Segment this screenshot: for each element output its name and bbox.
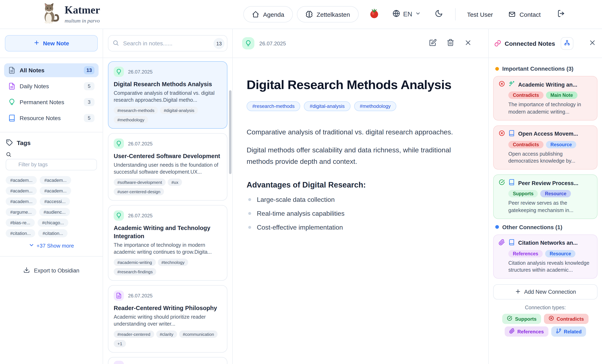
sidebar-item-permanent-notes[interactable]: Permanent Notes 3 (4, 95, 98, 109)
tag-chip-list: #academ... #academ... #academ... #academ… (6, 176, 97, 237)
tag-chip[interactable]: #academ... (40, 176, 71, 184)
circle-x-icon (499, 130, 505, 138)
agenda-button[interactable]: Agenda (244, 6, 293, 22)
note-date: 26.07.2025 (128, 213, 152, 218)
file-text-icon (8, 83, 16, 90)
sidebar-item-daily-notes[interactable]: Daily Notes 5 (4, 79, 98, 93)
sidebar-item-resource-notes[interactable]: Resource Notes 5 (4, 111, 98, 125)
connected-notes-title: Connected Notes (505, 40, 555, 47)
cat-logo (41, 3, 60, 25)
circle-x-icon (499, 81, 505, 89)
new-note-button[interactable]: New Note (5, 35, 98, 52)
tag-icon (6, 139, 13, 146)
add-new-connection-button[interactable]: Add New Connection (493, 284, 598, 300)
note-card[interactable]: 26.07.2025 Academic Writing and Technolo… (108, 205, 227, 281)
note-tag: #clarity (156, 331, 177, 338)
header-divider (455, 8, 456, 21)
connection-title: Academic Writing an... (518, 82, 592, 88)
lightbulb-icon (114, 210, 124, 221)
tag-chip[interactable]: #citation... (6, 229, 35, 237)
legend-contradicts[interactable]: Contradicts (544, 314, 588, 324)
connection-card[interactable]: Academic Writing an... Contradicts Main … (493, 76, 598, 120)
plus-icon (33, 40, 40, 47)
connection-types-legend: Connection types: Supports (493, 305, 598, 337)
logout-button[interactable] (557, 9, 565, 19)
note-excerpt: The importance of technology in modern a… (114, 242, 222, 256)
brand: Katmer multum in parvo (41, 3, 100, 25)
note-excerpt: Comparative analysis of traditional vs. … (114, 90, 222, 104)
tag-chip[interactable]: #argume... (6, 208, 36, 216)
notes-list-scrollbar[interactable] (229, 90, 231, 174)
connection-title: Peer Review Process... (518, 180, 592, 186)
notes-list-panel: 13 26.07.2025 Digital Research Methods A… (103, 29, 233, 364)
tag-chip[interactable]: #academ... (6, 176, 37, 184)
download-icon (23, 267, 30, 275)
user-name: Test User (467, 11, 493, 18)
dark-mode-toggle[interactable] (435, 9, 443, 19)
legend-supports[interactable]: Supports (502, 314, 541, 324)
note-card[interactable]: 26.07.2025 Reader-Centered Writing Philo… (108, 285, 227, 353)
app-root: Katmer multum in parvo Agenda Zettelkast… (0, 0, 602, 364)
tag-chip[interactable]: #audienc... (39, 208, 70, 216)
note-tag-pill[interactable]: #methodology (354, 101, 397, 111)
tag-chip[interactable]: #academ... (40, 187, 71, 195)
paperclip-icon (509, 328, 515, 335)
zettelkasten-button[interactable]: Zettelkasten (297, 6, 358, 22)
tag-chip[interactable]: #academ... (6, 197, 37, 206)
close-panel-button[interactable] (589, 39, 596, 48)
note-date: 26.07.2025 (128, 69, 152, 74)
note-type-badge: Resource (540, 190, 571, 197)
relation-badge: References (508, 250, 543, 257)
legend-references[interactable]: References (505, 326, 548, 337)
app-title: Katmer (64, 5, 100, 15)
note-card-partial[interactable] (108, 357, 227, 364)
note-detail-panel: 26.07.2025 (233, 29, 488, 364)
graph-view-button[interactable] (561, 37, 574, 50)
tag-chip[interactable]: #bias-re... (6, 218, 35, 227)
note-tag: #research-methods (114, 107, 158, 114)
delete-note-button[interactable] (447, 39, 454, 48)
connection-description: Peer review serves as the gatekeeping me… (508, 200, 592, 214)
connection-card[interactable]: Peer Review Process... Supports Resource… (493, 175, 598, 219)
globe-icon (392, 9, 400, 19)
tag-filter-input[interactable] (6, 159, 97, 170)
note-tag: #reader-centered (114, 331, 154, 338)
export-to-obsidian-button[interactable]: Export to Obsidian (0, 256, 103, 285)
note-card[interactable]: 26.07.2025 User-Centered Software Develo… (108, 133, 227, 201)
count-badge: 5 (84, 82, 95, 90)
note-type-badge: Resource (546, 141, 576, 148)
note-date: 26.07.2025 (128, 293, 152, 298)
note-tag: #academic-writing (114, 259, 156, 266)
tag-chip[interactable]: #citation... (38, 229, 67, 237)
home-icon (252, 11, 259, 18)
relation-badge: Contradicts (508, 92, 544, 99)
connection-card[interactable]: Open Access Movem... Contradicts Resourc… (493, 125, 598, 169)
legend-title: Connection types: (493, 305, 598, 311)
git-branch-icon (556, 328, 561, 335)
notes-search-input[interactable] (108, 35, 227, 52)
show-more-tags-button[interactable]: +37 Show more (6, 242, 97, 249)
file-text-icon (8, 67, 16, 74)
note-tag-pill[interactable]: #research-methods (247, 101, 300, 111)
orange-dot-icon (495, 67, 499, 71)
tag-chip[interactable]: #academ... (6, 187, 37, 195)
language-selector[interactable]: EN (392, 9, 421, 19)
connection-title: Citation Networks an... (518, 240, 592, 246)
note-type-badge: Resource (545, 250, 576, 257)
note-card[interactable]: 26.07.2025 Digital Research Methods Anal… (108, 61, 227, 129)
tag-chip[interactable]: #accessi... (40, 197, 70, 206)
connection-card[interactable]: Citation Networks an... References Resou… (493, 234, 598, 279)
edit-note-button[interactable] (429, 39, 437, 48)
brain-icon (305, 11, 313, 18)
legend-related[interactable]: Related (551, 326, 586, 337)
tag-chip[interactable]: #chicago... (38, 218, 68, 227)
sidebar-item-all-notes[interactable]: All Notes 13 (4, 63, 98, 77)
close-note-button[interactable] (464, 39, 472, 48)
pomodoro-tomato-icon[interactable] (369, 9, 379, 20)
note-tag: #digital-analysis (160, 107, 198, 114)
logout-icon (557, 9, 565, 19)
note-tag-pill[interactable]: #digital-analysis (304, 101, 351, 111)
hierarchy-icon (564, 40, 570, 47)
contact-button[interactable]: Contact (509, 11, 541, 18)
sidebar-nav: All Notes 13 Daily Notes 5 Permanent Not… (0, 58, 103, 127)
